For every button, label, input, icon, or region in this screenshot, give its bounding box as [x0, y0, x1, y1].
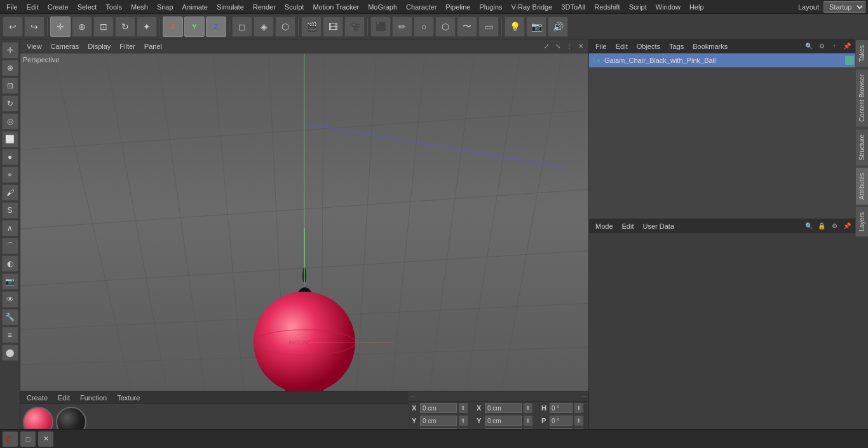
x-axis-button[interactable]: X: [163, 17, 183, 37]
viewport-dots-icon[interactable]: ⋮: [564, 41, 574, 51]
rectangle-button[interactable]: ▭: [478, 17, 499, 37]
attr-menu-edit[interactable]: Edit: [618, 221, 638, 231]
y-pos-input[interactable]: [420, 416, 457, 426]
viewport-x-icon[interactable]: ✕: [576, 41, 586, 51]
viewport-expand-icon[interactable]: ⤢: [541, 41, 552, 51]
sidebar-view[interactable]: 👁: [2, 291, 18, 308]
model-mode-button[interactable]: ◈: [254, 17, 274, 37]
sidebar-camera2[interactable]: 📷: [2, 273, 18, 290]
tab-layers[interactable]: Layers: [855, 207, 868, 237]
sidebar-ring[interactable]: ◎: [2, 113, 18, 130]
object-mode-button[interactable]: ◻: [232, 17, 252, 37]
sidebar-box[interactable]: ⬜: [2, 131, 18, 147]
speaker-button[interactable]: 🔊: [548, 17, 568, 37]
attr-lock-icon[interactable]: 🔒: [816, 221, 827, 232]
tab-structure[interactable]: Structure: [855, 129, 868, 166]
obj-menu-tags[interactable]: Tags: [665, 41, 688, 51]
viewport-menu-view[interactable]: View: [23, 41, 46, 51]
y-pos-stepper[interactable]: ⬆: [459, 416, 468, 426]
menu-snap[interactable]: Snap: [153, 2, 177, 12]
material-menu-texture[interactable]: Texture: [113, 393, 144, 403]
h-stepper[interactable]: ⬆: [574, 403, 583, 413]
render-view-button[interactable]: 🎬: [301, 17, 322, 37]
menu-vray[interactable]: V-Ray Bridge: [508, 2, 557, 12]
tab-content-browser[interactable]: Content Browser: [855, 69, 868, 127]
tab-takes[interactable]: Takes: [855, 39, 868, 67]
attr-search-icon[interactable]: 🔍: [803, 221, 815, 232]
menu-character[interactable]: Character: [402, 2, 440, 12]
move-tool-button[interactable]: ⊕: [72, 17, 92, 37]
menu-file[interactable]: File: [3, 2, 22, 12]
sidebar-sculpt[interactable]: ⌖: [2, 166, 18, 183]
scale-tool-button[interactable]: ⊡: [93, 17, 114, 37]
sidebar-knife[interactable]: ∧: [2, 220, 18, 236]
menu-sculpt[interactable]: Sculpt: [281, 2, 308, 12]
menu-animate[interactable]: Animate: [179, 2, 212, 12]
circle-button[interactable]: ○: [414, 17, 434, 37]
sidebar-bezier[interactable]: S: [2, 202, 18, 219]
p-stepper[interactable]: ⬆: [574, 416, 583, 426]
menu-motion-tracker[interactable]: Motion Tracker: [309, 2, 363, 12]
sidebar-snap[interactable]: 🔧: [2, 309, 18, 325]
render-region-button[interactable]: 🎥: [344, 17, 365, 37]
camera-button[interactable]: 📷: [526, 17, 546, 37]
obj-menu-file[interactable]: File: [592, 41, 611, 51]
rotate-tool-button[interactable]: ↻: [115, 17, 135, 37]
viewport-canvas[interactable]: Perspective: [20, 53, 588, 448]
menu-redshift[interactable]: Redshift: [590, 2, 623, 12]
viewport-menu-filter[interactable]: Filter: [116, 41, 139, 51]
obj-menu-objects[interactable]: Objects: [633, 41, 664, 51]
texture-mode-button[interactable]: ⬡: [275, 17, 295, 37]
menu-plugins[interactable]: Plugins: [475, 2, 506, 12]
attr-menu-userdata[interactable]: User Data: [639, 221, 679, 231]
sidebar-layer[interactable]: ≡: [2, 327, 18, 343]
menu-tools[interactable]: Tools: [102, 2, 126, 12]
viewport[interactable]: View Cameras Display Filter Panel ⤢ ⤡ ⋮ …: [20, 39, 588, 448]
sidebar-move[interactable]: ⊕: [2, 60, 18, 76]
cube-button[interactable]: ⬛: [370, 17, 391, 37]
z-axis-button[interactable]: Z: [206, 17, 226, 37]
y-size-input[interactable]: [485, 416, 522, 426]
object-item-chair[interactable]: Lo Gaiam_Chair_Black_with_Pink_Ball: [589, 53, 868, 67]
y-size-stepper[interactable]: ⬆: [524, 416, 532, 426]
sidebar-scale[interactable]: ⊡: [2, 78, 18, 94]
obj-menu-bookmarks[interactable]: Bookmarks: [689, 41, 731, 51]
menu-window[interactable]: Window: [652, 2, 684, 12]
menu-script[interactable]: Script: [625, 2, 651, 12]
obj-menu-edit[interactable]: Edit: [612, 41, 632, 51]
layout-dropdown[interactable]: Startup: [824, 1, 865, 13]
obj-settings-icon[interactable]: ⚙: [816, 41, 827, 52]
viewport-arrows-icon[interactable]: ⤡: [553, 41, 563, 51]
menu-create[interactable]: Create: [44, 2, 72, 12]
x-pos-input[interactable]: [420, 403, 457, 413]
menu-pipeline[interactable]: Pipeline: [442, 2, 474, 12]
freehand-button[interactable]: 〜: [457, 17, 477, 37]
attr-menu-mode[interactable]: Mode: [592, 221, 617, 231]
p-angle-input[interactable]: [550, 416, 573, 426]
pen-button[interactable]: ✏: [392, 17, 412, 37]
material-menu-edit[interactable]: Edit: [54, 393, 74, 403]
material-menu-create[interactable]: Create: [23, 393, 51, 403]
x-pos-stepper[interactable]: ⬆: [459, 403, 468, 413]
picture-viewer-button[interactable]: 🎞: [323, 17, 343, 37]
y-axis-button[interactable]: Y: [184, 17, 205, 37]
viewport-menu-panel[interactable]: Panel: [140, 41, 166, 51]
menu-render[interactable]: Render: [249, 2, 280, 12]
light-button[interactable]: 💡: [505, 17, 525, 37]
menu-mograph[interactable]: MoGraph: [364, 2, 401, 12]
h-angle-input[interactable]: [550, 403, 573, 413]
sidebar-unknown[interactable]: ◐: [2, 255, 18, 272]
menu-mesh[interactable]: Mesh: [127, 2, 152, 12]
viewport-menu-cameras[interactable]: Cameras: [47, 41, 83, 51]
sidebar-spline[interactable]: ⌒: [2, 238, 18, 254]
polygon-button[interactable]: ⬡: [435, 17, 456, 37]
sidebar-rotate[interactable]: ↻: [2, 95, 18, 112]
obj-pin-icon[interactable]: 📌: [841, 41, 853, 52]
obj-search-icon[interactable]: 🔍: [803, 41, 815, 52]
taskbar-window-btn[interactable]: □: [20, 431, 36, 447]
menu-help[interactable]: Help: [686, 2, 708, 12]
sidebar-cursor[interactable]: ✛: [2, 42, 18, 58]
menu-simulate[interactable]: Simulate: [213, 2, 248, 12]
x-size-input[interactable]: [485, 403, 522, 413]
material-menu-function[interactable]: Function: [76, 393, 111, 403]
